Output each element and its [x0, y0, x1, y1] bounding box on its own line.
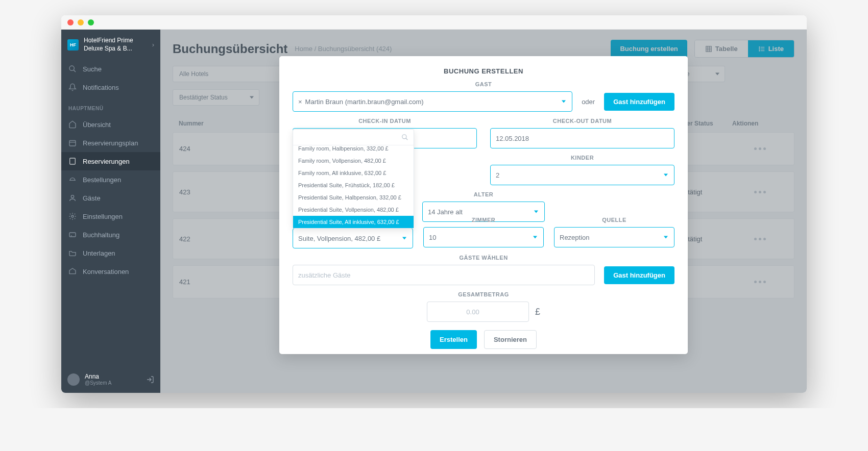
- children-select[interactable]: 2: [490, 165, 674, 185]
- submit-create-button[interactable]: Erstellen: [430, 330, 477, 349]
- sidebar: HotelFriend Prime Deluxe Spa & B... › Su…: [61, 30, 160, 393]
- add-extra-guest-button[interactable]: Gast hinzufügen: [604, 266, 674, 284]
- sidebar-item-label: Notifications: [83, 84, 119, 91]
- svg-point-5: [71, 195, 74, 198]
- sidebar-section-label: HAUPTMENÜ: [61, 96, 160, 115]
- label-children: KINDER: [490, 155, 674, 161]
- extra-guests-input[interactable]: zusätzliche Gäste: [293, 265, 595, 285]
- modal-title: BUCHUNG ERSTELLEN: [293, 67, 674, 75]
- svg-rect-7: [69, 233, 76, 237]
- svg-rect-4: [70, 158, 76, 164]
- app-window: HotelFriend Prime Deluxe Spa & B... › Su…: [61, 15, 807, 393]
- minimize-icon[interactable]: [78, 19, 84, 26]
- sidebar-item-search[interactable]: Suche: [61, 60, 160, 78]
- folder-icon: [68, 249, 77, 257]
- remove-guest-icon[interactable]: ×: [298, 98, 302, 106]
- room-select[interactable]: 10: [423, 227, 544, 247]
- plan-dropdown-popup: Family room, Halbpension, 332,00 £Family…: [293, 129, 414, 229]
- avatar-icon: [67, 373, 80, 386]
- or-text: oder: [582, 98, 595, 106]
- add-guest-button[interactable]: Gast hinzufügen: [604, 93, 674, 111]
- close-icon[interactable]: [67, 19, 74, 26]
- search-icon: [401, 134, 408, 141]
- sidebar-item-notifications[interactable]: Notifications: [61, 78, 160, 96]
- checkout-date-input[interactable]: 12.05.2018: [490, 128, 674, 148]
- svg-point-0: [69, 66, 74, 70]
- sidebar-item-accounting[interactable]: Buchhaltung: [61, 225, 160, 244]
- org-name: HotelFriend Prime Deluxe Spa & B...: [84, 37, 147, 53]
- dropdown-item[interactable]: Presidential Suite, Halbpension, 332,00 …: [293, 191, 414, 204]
- dropdown-list[interactable]: Family room, Halbpension, 332,00 £Family…: [293, 145, 414, 228]
- chat-icon: [68, 267, 77, 275]
- sidebar-item-documents[interactable]: Unterlagen: [61, 244, 160, 262]
- card-icon: [68, 231, 77, 239]
- sidebar-item-label: Reservierungen: [83, 158, 130, 165]
- svg-point-20: [402, 135, 406, 139]
- sidebar-item-label: Bestellungen: [83, 176, 121, 184]
- dropdown-item[interactable]: Family room, All inklusive, 632,00 £: [293, 167, 414, 179]
- sidebar-item-label: Konversationen: [83, 268, 129, 275]
- sidebar-item-reservations[interactable]: Reservierungen: [61, 152, 160, 170]
- sidebar-item-overview[interactable]: Übersicht: [61, 115, 160, 134]
- user-icon: [68, 194, 77, 202]
- create-booking-modal: BUCHUNG ERSTELLEN GAST × Martin Braun (m…: [279, 56, 688, 354]
- sidebar-item-label: Suche: [83, 65, 102, 73]
- main-content: Buchungsübersicht Home / Buchungsübersic…: [160, 30, 807, 393]
- label-checkout: CHECK-OUT DATUM: [490, 118, 674, 124]
- label-choose-guests: GÄSTE WÄHLEN: [293, 255, 674, 261]
- maximize-icon[interactable]: [88, 19, 94, 26]
- label-guest: GAST: [293, 81, 674, 87]
- user-system: @System A: [85, 380, 141, 386]
- user-name: Anna: [85, 373, 141, 380]
- sidebar-item-reservationplan[interactable]: Reservierungsplan: [61, 134, 160, 152]
- svg-line-21: [406, 138, 408, 140]
- org-selector[interactable]: HotelFriend Prime Deluxe Spa & B... ›: [61, 30, 160, 60]
- sidebar-item-guests[interactable]: Gäste: [61, 189, 160, 207]
- bell-icon: [68, 83, 77, 91]
- dropdown-item[interactable]: Presidential Suite, Frühstück, 182,00 £: [293, 179, 414, 191]
- dropdown-item[interactable]: Presidential Suite, All inklusive, 632,0…: [293, 216, 414, 228]
- sidebar-item-label: Buchhaltung: [83, 231, 119, 239]
- svg-line-1: [74, 70, 76, 72]
- dropdown-item[interactable]: Family room, Halbpension, 332,00 £: [293, 145, 414, 155]
- sidebar-item-label: Gäste: [83, 194, 101, 202]
- svg-rect-2: [69, 141, 76, 146]
- label-total: GESAMTBETRAG: [293, 291, 674, 297]
- svg-point-6: [71, 215, 74, 217]
- plan-select[interactable]: Suite, Vollpension, 482,00 £: [293, 228, 413, 248]
- sidebar-item-settings[interactable]: Einstellungen: [61, 207, 160, 225]
- gear-icon: [68, 212, 77, 220]
- logout-icon[interactable]: [146, 375, 154, 384]
- dropdown-item[interactable]: Family room, Vollpension, 482,00 £: [293, 155, 414, 167]
- dropdown-search-input[interactable]: [298, 134, 401, 141]
- dropdown-item[interactable]: Presidential Suite, Vollpension, 482,00 …: [293, 204, 414, 216]
- guest-select[interactable]: × Martin Braun (martin.braun@gmail.com): [293, 91, 572, 112]
- chevron-right-icon: ›: [152, 41, 154, 48]
- total-input[interactable]: 0.00: [427, 302, 529, 322]
- tray-icon: [68, 176, 77, 184]
- sidebar-item-label: Einstellungen: [83, 213, 123, 220]
- label-source: QUELLE: [554, 217, 674, 223]
- calendar-icon: [68, 139, 77, 147]
- org-logo-icon: [67, 39, 79, 51]
- source-select[interactable]: Rezeption: [554, 227, 674, 247]
- bookmark-icon: [68, 157, 77, 165]
- sidebar-item-conversations[interactable]: Konversationen: [61, 262, 160, 281]
- label-checkin: CHECK-IN DATUM: [293, 118, 477, 124]
- currency-label: £: [535, 307, 540, 317]
- cancel-button[interactable]: Stornieren: [484, 330, 537, 349]
- guest-value: Martin Braun (martin.braun@gmail.com): [305, 98, 424, 106]
- sidebar-item-orders[interactable]: Bestellungen: [61, 170, 160, 189]
- dropdown-search: [293, 130, 414, 145]
- sidebar-item-label: Übersicht: [83, 121, 111, 129]
- sidebar-user[interactable]: Anna @System A: [61, 366, 160, 393]
- home-icon: [68, 120, 77, 129]
- label-room: ZIMMER: [423, 217, 544, 223]
- search-icon: [68, 65, 77, 73]
- sidebar-item-label: Reservierungsplan: [83, 139, 138, 147]
- titlebar: [61, 15, 807, 30]
- modal-overlay[interactable]: BUCHUNG ERSTELLEN GAST × Martin Braun (m…: [160, 30, 807, 393]
- sidebar-item-label: Unterlagen: [83, 249, 115, 257]
